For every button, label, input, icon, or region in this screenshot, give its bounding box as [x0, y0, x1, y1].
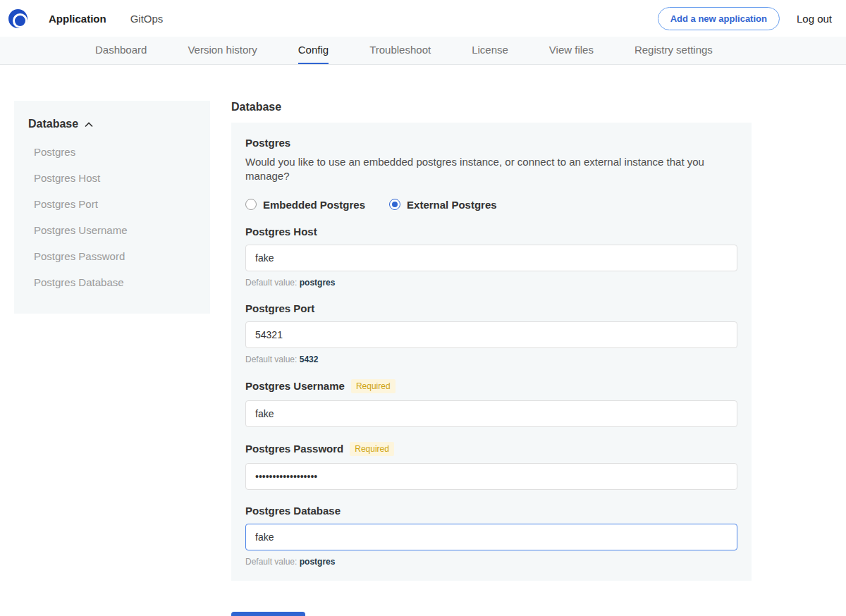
field-label-text: Postgres Port [245, 302, 314, 314]
sidebar-item-postgres[interactable]: Postgres [14, 146, 210, 158]
postgres-password-input[interactable] [245, 463, 737, 490]
default-value-text: postgres [300, 278, 336, 288]
default-value-note: Default value: postgres [245, 278, 737, 288]
field-label-postgres-host: Postgres Host [245, 226, 737, 238]
radio-label: Embedded Postgres [263, 199, 365, 211]
radio-embedded-postgres[interactable]: Embedded Postgres [245, 199, 365, 211]
group-help-text: Would you like to use an embedded postgr… [245, 155, 737, 184]
logout-button[interactable]: Log out [797, 13, 832, 25]
sidebar-item-postgres-host[interactable]: Postgres Host [14, 172, 210, 184]
default-value-note: Default value: postgres [245, 557, 737, 567]
radio-label: External Postgres [407, 199, 497, 211]
top-bar: Application GitOps Add a new application… [0, 0, 846, 37]
postgres-host-input[interactable] [245, 245, 737, 271]
default-value-note: Default value: 5432 [245, 355, 737, 364]
sidebar-group-label: Database [28, 118, 78, 130]
subnav-item-dashboard[interactable]: Dashboard [95, 37, 147, 64]
field-label-postgres-database: Postgres Database [245, 505, 737, 517]
subnav-item-config[interactable]: Config [298, 37, 329, 64]
section-title: Database [231, 101, 752, 113]
field-label-text: Postgres Host [245, 226, 317, 238]
radio-external-postgres[interactable]: External Postgres [389, 199, 497, 211]
field-label-text: Postgres Username [245, 380, 345, 392]
add-new-application-button[interactable]: Add a new application [658, 7, 780, 30]
default-value-label: Default value: [245, 355, 297, 364]
config-sidebar: Database Postgres Postgres Host Postgres… [14, 101, 210, 314]
field-label-postgres-username: Postgres Username Required [245, 379, 737, 393]
top-nav: Application GitOps [49, 8, 163, 29]
field-label-postgres-password: Postgres Password Required [245, 442, 737, 456]
sidebar-item-postgres-username[interactable]: Postgres Username [14, 224, 210, 236]
subnav-item-registry-settings[interactable]: Registry settings [634, 37, 713, 64]
config-group-panel: Postgres Would you like to use an embedd… [231, 123, 752, 581]
required-badge: Required [350, 442, 394, 456]
field-label-text: Postgres Password [245, 443, 343, 455]
default-value-label: Default value: [245, 557, 297, 567]
postgres-type-radio-group: Embedded Postgres External Postgres [245, 199, 737, 211]
postgres-port-input[interactable] [245, 321, 737, 348]
postgres-database-input[interactable] [245, 524, 737, 550]
default-value-label: Default value: [245, 278, 297, 288]
sidebar-item-postgres-port[interactable]: Postgres Port [14, 198, 210, 210]
default-value-text: 5432 [300, 355, 319, 364]
radio-circle-icon [389, 199, 400, 210]
required-badge: Required [351, 379, 396, 393]
default-value-text: postgres [300, 557, 336, 567]
content-area: Database Postgres Postgres Host Postgres… [0, 65, 846, 616]
field-label-postgres-port: Postgres Port [245, 302, 737, 314]
chevron-up-icon [85, 118, 93, 130]
subnav-item-troubleshoot[interactable]: Troubleshoot [369, 37, 431, 64]
top-tab-application[interactable]: Application [49, 8, 106, 29]
field-label-text: Postgres Database [245, 505, 341, 517]
sidebar-item-postgres-password[interactable]: Postgres Password [14, 250, 210, 262]
subnav-item-license[interactable]: License [472, 37, 508, 64]
config-main: Database Postgres Would you like to use … [231, 101, 752, 616]
top-tab-gitops[interactable]: GitOps [130, 8, 164, 29]
subnav-item-version-history[interactable]: Version history [188, 37, 257, 64]
postgres-username-input[interactable] [245, 400, 737, 427]
sidebar-item-postgres-database[interactable]: Postgres Database [14, 276, 210, 288]
app-subnav: Dashboard Version history Config Trouble… [0, 37, 846, 65]
save-config-button[interactable]: Save config [231, 612, 305, 616]
radio-circle-icon [245, 199, 257, 210]
app-logo-icon [8, 9, 27, 28]
subnav-item-view-files[interactable]: View files [549, 37, 594, 64]
sidebar-group-database[interactable]: Database [14, 118, 210, 130]
group-label: Postgres [245, 137, 737, 149]
